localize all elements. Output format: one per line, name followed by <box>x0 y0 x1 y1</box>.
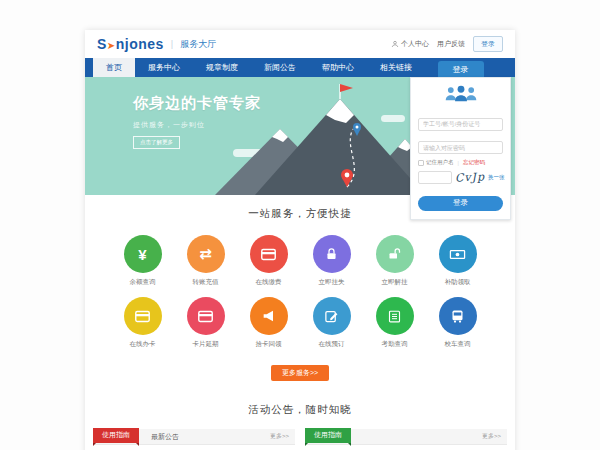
login-submit-button[interactable]: 登录 <box>418 196 503 211</box>
services-grid: ¥ 余额查询 ⇄ 转账充值 在线缴费 立即挂失 <box>85 221 515 349</box>
nav-item-help-center[interactable]: 帮助中心 <box>309 58 367 77</box>
logo-prefix: S <box>97 36 107 52</box>
services-section: 一站服务，方便快捷 ¥ 余额查询 ⇄ 转账充值 在线缴费 立即挂失 <box>85 195 515 395</box>
service-label: 转账充值 <box>193 278 219 287</box>
service-label: 卡片延期 <box>193 340 219 349</box>
bus-icon[interactable] <box>439 297 477 335</box>
logo[interactable]: S➤njones <box>97 36 164 52</box>
service-item-card-extension[interactable]: 卡片延期 <box>174 297 237 349</box>
hero-banner: 你身边的卡管专家 提供服务，一步到位 点击了解更多 登录 记住用 <box>85 77 515 195</box>
service-label: 补助领取 <box>445 278 471 287</box>
login-form: 记住用户名 | 忘记密码 CvJp 换一张 登录 <box>410 77 511 220</box>
user-icon <box>391 40 399 48</box>
login-tab[interactable]: 登录 <box>438 61 484 77</box>
captcha-row: CvJp 换一张 <box>418 171 503 184</box>
service-item-school-bus[interactable]: 校车查询 <box>426 297 489 349</box>
service-item-balance[interactable]: ¥ 余额查询 <box>111 235 174 287</box>
transfer-icon[interactable]: ⇄ <box>187 235 225 273</box>
login-panel: 登录 记住用户名 | 忘记密码 <box>410 61 511 220</box>
captcha-input[interactable] <box>418 171 452 184</box>
user-feedback-link[interactable]: 用户反馈 <box>437 39 465 49</box>
megaphone-icon[interactable] <box>250 297 288 335</box>
service-label: 立即解挂 <box>382 278 408 287</box>
forgot-password-link[interactable]: 忘记密码 <box>463 159 485 166</box>
hero-copy: 你身边的卡管专家 提供服务，一步到位 点击了解更多 <box>133 94 261 149</box>
service-label: 余额查询 <box>130 278 156 287</box>
remember-label: 记住用户名 <box>426 159 454 166</box>
service-item-transfer[interactable]: ⇄ 转账充值 <box>174 235 237 287</box>
header-right: 个人中心 用户反馈 登录 <box>391 36 503 52</box>
personal-center-link[interactable]: 个人中心 <box>391 39 429 49</box>
nav-item-service-center[interactable]: 服务中心 <box>135 58 193 77</box>
hero-subtitle: 提供服务，一步到位 <box>133 120 261 130</box>
header-login-button[interactable]: 登录 <box>473 36 503 52</box>
tab-usage-guide-right[interactable]: 使用指南 <box>305 428 351 443</box>
tab-usage-guide-left[interactable]: 使用指南 <box>93 428 139 443</box>
edit-icon[interactable] <box>313 297 351 335</box>
remember-checkbox[interactable] <box>418 160 424 166</box>
left-tabbar: 使用指南 最新公告 更多>> <box>93 429 295 445</box>
announcement-panel-left: 使用指南 最新公告 更多>> <box>93 429 295 445</box>
service-label: 考勤查询 <box>382 340 408 349</box>
service-item-subsidy[interactable]: 补助领取 <box>426 235 489 287</box>
password-input[interactable] <box>418 141 503 154</box>
service-item-found-card[interactable]: 拾卡回领 <box>237 297 300 349</box>
logo-divider: | <box>171 39 173 49</box>
card-icon[interactable] <box>187 297 225 335</box>
service-label: 校车查询 <box>445 340 471 349</box>
site-name: 服务大厅 <box>180 38 216 51</box>
announcement-panel-right: 使用指南 更多>> <box>305 429 507 445</box>
announcements-section: 活动公告，随时知晓 使用指南 最新公告 更多>> 使用指南 更多>> <box>85 395 515 450</box>
list-icon[interactable] <box>376 297 414 335</box>
logo-arrow-icon: ➤ <box>107 40 116 51</box>
service-item-online-booking[interactable]: 在线预订 <box>300 297 363 349</box>
personal-center-label: 个人中心 <box>401 39 429 49</box>
nav-item-home[interactable]: 首页 <box>93 58 135 77</box>
right-more-link[interactable]: 更多>> <box>482 432 501 441</box>
captcha-image: CvJp <box>455 170 486 185</box>
divider: | <box>458 160 459 166</box>
captcha-refresh-link[interactable]: 换一张 <box>488 174 505 181</box>
card-icon[interactable] <box>250 235 288 273</box>
more-services-button[interactable]: 更多服务>> <box>271 365 329 381</box>
unlock-icon[interactable] <box>376 235 414 273</box>
yen-icon[interactable]: ¥ <box>124 235 162 273</box>
tab-latest-announcements[interactable]: 最新公告 <box>151 432 179 442</box>
banknote-icon[interactable] <box>439 235 477 273</box>
right-tabbar: 使用指南 更多>> <box>305 429 507 445</box>
nav-item-news[interactable]: 新闻公告 <box>251 58 309 77</box>
users-group-icon <box>418 85 503 106</box>
card-icon[interactable] <box>124 297 162 335</box>
more-services-wrap: 更多服务>> <box>85 349 515 395</box>
logo-suffix: njones <box>116 36 164 52</box>
login-options-row: 记住用户名 | 忘记密码 <box>418 159 503 166</box>
left-more-link[interactable]: 更多>> <box>270 432 289 441</box>
username-input[interactable] <box>418 118 503 131</box>
service-label: 在线缴费 <box>256 278 282 287</box>
user-feedback-label: 用户反馈 <box>437 39 465 49</box>
service-label: 拾卡回领 <box>256 340 282 349</box>
service-item-report-loss[interactable]: 立即挂失 <box>300 235 363 287</box>
service-item-apply-card[interactable]: 在线办卡 <box>111 297 174 349</box>
service-item-attendance[interactable]: 考勤查询 <box>363 297 426 349</box>
site-container: S➤njones | 服务大厅 个人中心 用户反馈 登录 首页 服务中心 规章制… <box>85 30 515 450</box>
lock-icon[interactable] <box>313 235 351 273</box>
announcements-title: 活动公告，随时知晓 <box>85 395 515 429</box>
service-label: 在线办卡 <box>130 340 156 349</box>
hero-title: 你身边的卡管专家 <box>133 94 261 113</box>
service-label: 在线预订 <box>319 340 345 349</box>
service-item-pay-online[interactable]: 在线缴费 <box>237 235 300 287</box>
header: S➤njones | 服务大厅 个人中心 用户反馈 登录 <box>85 30 515 58</box>
flag-icon <box>340 84 353 92</box>
announcement-panels: 使用指南 最新公告 更多>> 使用指南 更多>> <box>85 429 515 445</box>
hero-cta-button[interactable]: 点击了解更多 <box>133 136 180 149</box>
nav-item-rules[interactable]: 规章制度 <box>193 58 251 77</box>
service-label: 立即挂失 <box>319 278 345 287</box>
service-item-cancel-loss[interactable]: 立即解挂 <box>363 235 426 287</box>
